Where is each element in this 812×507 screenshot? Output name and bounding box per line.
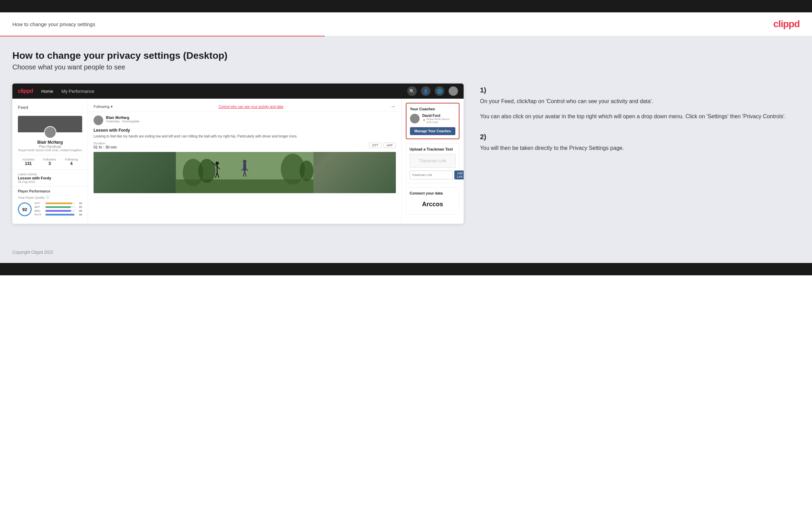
step-2: 2) You will then be taken directly to th… [480,133,800,153]
latest-activity: Latest Activity Lesson with Fordy 03 Aug… [12,169,88,186]
stat-following-label: Following [65,158,78,161]
nav-item-performance[interactable]: My Performance [62,89,94,94]
add-link-button[interactable]: Add Link [454,170,464,179]
post-body: Looking to feel like my hands are exitin… [94,134,396,139]
stat-following-value: 4 [65,161,78,166]
trackman-input[interactable] [410,170,453,179]
nav-item-home[interactable]: Home [41,89,53,94]
step-1-text1: On your Feed, click/tap on 'Control who … [480,97,800,106]
duration-info: Duration 01 hr : 30 min [94,142,117,149]
user-icon[interactable]: 👤 [421,86,431,96]
bar-arg: ARG 86 [34,209,82,212]
coaches-section: Your Coaches David Ford 📍 Royal North De… [407,103,459,139]
profile-avatar [44,126,56,139]
step-2-text: You will then be taken directly to the P… [480,144,800,153]
stat-followers-value: 3 [43,161,56,166]
right-sidebar: Your Coaches David Ford 📍 Royal North De… [402,99,464,224]
feed-tab: Feed [12,103,88,112]
bar-putt: PUTT 96 [34,213,82,216]
latest-activity-date: 03 Aug 2022 [18,180,82,184]
page-title: How to change your privacy settings (Des… [12,50,800,61]
right-arrow-icon: → [390,103,396,110]
stat-activities: Activities 131 [22,158,34,166]
bar-app: APP 85 [34,206,82,209]
trackman-section: Upload a Trackman Test Trackman Link Add… [406,143,459,183]
coach-club: 📍 Royal North Devon Golf Club [422,118,455,124]
coaches-highlight-box: Your Coaches David Ford 📍 Royal North De… [406,103,459,139]
step-2-number: 2) [480,133,800,141]
post-author-meta: Yesterday · Sunningdale [106,120,139,123]
feed-sidebar: Feed Blair McHarg Plus Handicap Royal No… [12,99,88,224]
page-subtitle: Choose what you want people to see [12,63,800,71]
arccos-logo: Arccos [410,198,456,211]
profile-card: Blair McHarg Plus Handicap Royal North D… [12,112,88,169]
perf-title: Player Performance [18,189,82,193]
copyright: Copyright Clippd 2022 [12,250,53,255]
instructions: 1) On your Feed, click/tap on 'Control w… [480,84,800,165]
trackman-placeholder: Trackman Link [410,154,456,168]
svg-point-3 [198,159,215,183]
quality-row: 92 OTT 90 APP [18,202,82,217]
duration-label: Duration [94,142,117,145]
svg-point-12 [243,160,246,163]
tag-ott: OTT [369,143,381,148]
profile-club: Royal North Devon Golf Club, United King… [18,148,82,152]
duration-row: Duration 01 hr : 30 min OTT APP [94,142,396,149]
main-content: How to change your privacy settings (Des… [0,36,812,244]
post-author-info: Blair McHarg Yesterday · Sunningdale [106,115,139,123]
chevron-down-icon: ▾ [111,104,113,109]
mockup-wrapper: clippd Home My Performance 🔍 👤 🌐 Feed [12,84,464,224]
stat-activities-value: 131 [22,161,34,166]
post-title: Lesson with Fordy [94,128,396,133]
post-tags: OTT APP [369,143,396,148]
tag-app: APP [383,143,396,148]
manage-coaches-button[interactable]: Manage Your Coaches [410,127,455,135]
profile-stats: Activities 131 Followers 3 Following 4 [18,155,82,166]
quality-bars: OTT 90 APP 85 ARG [34,202,82,217]
control-privacy-link[interactable]: Control who can see your activity and da… [218,105,283,109]
latest-activity-label: Latest Activity [18,173,82,176]
post-image-svg [94,152,396,193]
quality-label: Total Player Quality ⓘ [18,195,82,200]
post-author-name: Blair McHarg [106,115,139,120]
post-header: Blair McHarg Yesterday · Sunningdale [94,115,396,125]
step-1-text2: You can also click on your avatar in the… [480,112,800,121]
header-title: How to change your privacy settings [12,21,95,27]
coach-info: David Ford 📍 Royal North Devon Golf Club [422,114,455,124]
svg-point-5 [300,161,313,181]
step-1: 1) On your Feed, click/tap on 'Control w… [480,86,800,121]
app-nav: clippd Home My Performance 🔍 👤 🌐 [12,84,464,99]
coaches-title: Your Coaches [410,107,455,111]
feed-main: Following ▾ Control who can see your act… [88,99,402,224]
post-image [94,152,396,193]
search-icon[interactable]: 🔍 [407,86,417,96]
content-row: clippd Home My Performance 🔍 👤 🌐 Feed [12,84,800,224]
app-body: Feed Blair McHarg Plus Handicap Royal No… [12,99,464,224]
header: How to change your privacy settings clip… [0,12,812,36]
latest-activity-name: Lesson with Fordy [18,176,82,180]
duration-value: 01 hr : 30 min [94,145,117,149]
nav-avatar[interactable] [448,86,458,96]
top-bar [0,0,812,12]
stat-activities-label: Activities [22,158,34,161]
info-icon: ⓘ [46,195,49,200]
svg-point-6 [215,162,219,165]
profile-banner [18,116,82,132]
app-logo: clippd [18,88,33,94]
svg-rect-13 [243,163,246,171]
connect-section: Connect your data Arccos [406,187,459,214]
following-button[interactable]: Following ▾ [94,104,113,109]
coach-name: David Ford [422,114,455,118]
trackman-input-row: Add Link [410,170,456,179]
trackman-title: Upload a Trackman Test [410,147,456,151]
footer: Copyright Clippd 2022 [0,244,812,263]
stat-followers: Followers 3 [43,158,56,166]
profile-handicap: Plus Handicap [18,145,82,148]
profile-name: Blair McHarg [18,140,82,145]
stat-following: Following 4 [65,158,78,166]
globe-icon[interactable]: 🌐 [435,86,444,96]
coach-avatar [410,114,420,123]
connect-title: Connect your data [410,191,456,195]
quality-circle: 92 [18,202,32,216]
logo: clippd [773,19,800,30]
